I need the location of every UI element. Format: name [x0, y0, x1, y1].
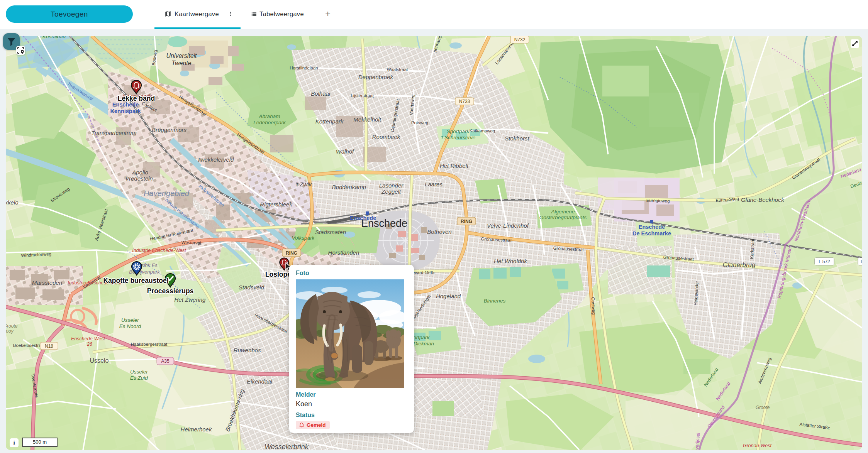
svg-text:Velve-Lindenhof: Velve-Lindenhof: [487, 222, 529, 229]
svg-text:Kennispark: Kennispark: [110, 108, 141, 114]
svg-text:'t Schreurserve: 't Schreurserve: [441, 135, 475, 140]
svg-text:Kristalbad: Kristalbad: [42, 36, 66, 39]
svg-text:Roombeek: Roombeek: [372, 134, 401, 140]
svg-text:RING: RING: [461, 219, 472, 224]
svg-text:Volkspark: Volkspark: [292, 235, 315, 241]
svg-text:ooy: ooy: [6, 328, 14, 334]
svg-text:Bruggenmors: Bruggenmors: [152, 127, 187, 133]
svg-text:A35: A35: [161, 358, 170, 364]
svg-text:Helmerhoek: Helmerhoek: [181, 426, 212, 433]
svg-text:Groote: Groote: [6, 323, 18, 329]
svg-text:Eikendaal: Eikendaal: [247, 378, 273, 385]
svg-text:Mekkelholt: Mekkelholt: [353, 116, 381, 123]
svg-text:L 5: L 5: [861, 259, 862, 264]
svg-text:N733: N733: [459, 99, 470, 104]
svg-text:Euregioweg: Euregioweg: [646, 198, 670, 203]
svg-text:Binnenes: Binnenes: [484, 298, 506, 304]
svg-text:Stadsmaten: Stadsmaten: [315, 229, 346, 235]
svg-text:Stadsveld: Stadsveld: [239, 284, 264, 291]
svg-text:Lasonder: Lasonder: [379, 182, 404, 189]
svg-text:Glane-Beekhoek: Glane-Beekhoek: [741, 196, 785, 203]
svg-text:Usseler: Usseler: [121, 317, 139, 323]
svg-text:Groote: Groote: [756, 405, 770, 410]
svg-text:Es Zuid: Es Zuid: [130, 375, 148, 381]
svg-text:Het Wooldrik: Het Wooldrik: [494, 258, 527, 264]
svg-text:Lekke band: Lekke band: [118, 95, 155, 102]
svg-text:L 572: L 572: [819, 259, 830, 264]
svg-text:Ruwenbos: Ruwenbos: [234, 347, 261, 353]
svg-text:Abraham: Abraham: [259, 113, 280, 119]
svg-text:Haaksbergerstraat: Haaksbergerstraat: [131, 342, 168, 347]
svg-text:Walhof: Walhof: [336, 148, 354, 155]
svg-text:Ledeboerpark: Ledeboerpark: [253, 120, 286, 125]
svg-text:Het Ribbelt: Het Ribbelt: [440, 162, 469, 169]
svg-text:Laares: Laares: [425, 181, 442, 188]
svg-text:Usseler: Usseler: [130, 369, 148, 375]
svg-text:N732: N732: [514, 37, 526, 42]
svg-text:Gronau-West: Gronau-West: [743, 443, 772, 448]
svg-text:Transportcentrum: Transportcentrum: [91, 130, 136, 136]
svg-text:Enschede-West: Enschede-West: [71, 336, 105, 341]
svg-text:Marssteden: Marssteden: [32, 279, 62, 286]
svg-text:Kotkampweg: Kotkampweg: [470, 128, 495, 133]
svg-text:Enschede: Enschede: [350, 215, 376, 221]
svg-text:Bothoven: Bothoven: [427, 228, 451, 235]
svg-text:Potsweg: Potsweg: [411, 120, 428, 125]
svg-text:Glanerbrug: Glanerbrug: [722, 261, 756, 269]
svg-text:Apollo: Apollo: [132, 169, 148, 176]
svg-text:Zeggelt: Zeggelt: [381, 188, 401, 195]
svg-text:Kapotte bureaustoel: Kapotte bureaustoel: [103, 277, 168, 284]
svg-text:Stokhorst: Stokhorst: [505, 135, 529, 142]
svg-text:Lijsterstraat: Lijsterstraat: [351, 93, 374, 98]
svg-text:Hogeland: Hogeland: [436, 293, 461, 299]
svg-text:Oosterbegraafplaats: Oosterbegraafplaats: [539, 215, 587, 220]
svg-text:Usselo: Usselo: [90, 357, 109, 364]
svg-text:Twente: Twente: [171, 60, 191, 66]
svg-text:Vredestein: Vredestein: [125, 175, 153, 182]
svg-text:Wesselerbrink: Wesselerbrink: [264, 443, 309, 450]
svg-text:Industrie Enschede-West: Industrie Enschede-West: [132, 248, 186, 253]
svg-text:Algemene: Algemene: [551, 209, 575, 215]
svg-text:De Eschmarke: De Eschmarke: [632, 230, 671, 237]
svg-text:!: !: [139, 83, 141, 88]
svg-text:RING: RING: [286, 250, 297, 256]
svg-text:N18: N18: [45, 343, 53, 349]
svg-text:Havengebied: Havengebied: [144, 189, 190, 198]
svg-text:Twekkelerveld: Twekkelerveld: [197, 156, 234, 163]
svg-text:Bolhaar: Bolhaar: [311, 90, 331, 97]
svg-text:Universiteit: Universiteit: [166, 52, 197, 59]
svg-text:Es Noord: Es Noord: [119, 323, 141, 329]
svg-text:Westerval: Westerval: [181, 240, 201, 245]
svg-text:Deppenbroek: Deppenbroek: [358, 74, 394, 80]
svg-text:'t Zwik: 't Zwik: [295, 181, 312, 188]
svg-text:Enschede: Enschede: [112, 101, 139, 108]
svg-text:Oostweg: Oostweg: [591, 297, 596, 315]
svg-text:Sportpark: Sportpark: [447, 128, 470, 134]
svg-text:Horstlanden: Horstlanden: [328, 249, 359, 256]
svg-text:Horstlindelaan: Horstlindelaan: [290, 66, 318, 70]
svg-text:Het Zwering: Het Zwering: [175, 296, 206, 303]
svg-text:26: 26: [86, 341, 92, 347]
svg-text:Enschede: Enschede: [639, 224, 665, 230]
svg-text:Processierups: Processierups: [147, 287, 194, 295]
svg-text:kkelo: kkelo: [6, 199, 19, 206]
svg-text:Kottenpark: Kottenpark: [315, 118, 344, 125]
svg-text:Rigtersbleek: Rigtersbleek: [260, 201, 293, 208]
svg-text:Waalstraat: Waalstraat: [387, 67, 408, 72]
svg-text:Boddenkamp: Boddenkamp: [332, 184, 366, 190]
